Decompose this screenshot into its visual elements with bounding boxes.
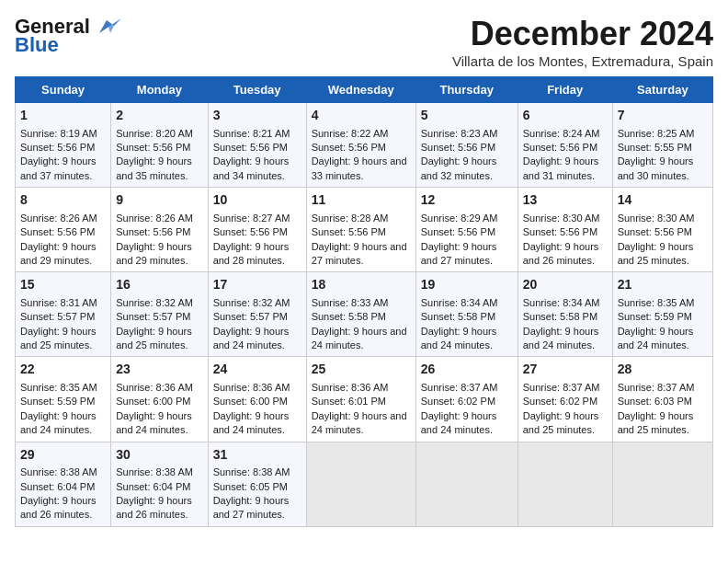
sunset-text: Sunset: 5:56 PM <box>213 226 288 237</box>
daylight-text: Daylight: 9 hours and 27 minutes. <box>213 495 290 520</box>
calendar-cell: 25Sunrise: 8:36 AMSunset: 6:01 PMDayligh… <box>306 357 415 442</box>
calendar-cell: 17Sunrise: 8:32 AMSunset: 5:57 PMDayligh… <box>208 272 306 357</box>
sunset-text: Sunset: 5:56 PM <box>421 226 495 237</box>
col-wednesday: Wednesday <box>306 77 415 103</box>
daylight-text: Daylight: 9 hours and 31 minutes. <box>523 155 599 180</box>
day-number: 9 <box>116 191 202 210</box>
sunrise-text: Sunrise: 8:37 AM <box>421 382 498 393</box>
calendar-cell: 1Sunrise: 8:19 AMSunset: 5:56 PMDaylight… <box>16 103 111 188</box>
day-number: 3 <box>213 107 301 125</box>
sunrise-text: Sunrise: 8:37 AM <box>523 382 600 393</box>
daylight-text: Daylight: 9 hours and 27 minutes. <box>312 241 407 266</box>
title-block: December 2024 Villarta de los Montes, Ex… <box>452 15 713 69</box>
daylight-text: Daylight: 9 hours and 25 minutes. <box>116 326 192 350</box>
day-number: 1 <box>20 107 106 125</box>
calendar-cell: 31Sunrise: 8:38 AMSunset: 6:05 PMDayligh… <box>208 442 306 526</box>
sunrise-text: Sunrise: 8:27 AM <box>213 213 290 224</box>
sunrise-text: Sunrise: 8:33 AM <box>312 297 389 308</box>
sunset-text: Sunset: 6:03 PM <box>618 396 692 407</box>
sunset-text: Sunset: 6:01 PM <box>312 396 386 407</box>
calendar-cell: 11Sunrise: 8:28 AMSunset: 5:56 PMDayligh… <box>306 188 415 272</box>
daylight-text: Daylight: 9 hours and 30 minutes. <box>618 155 694 180</box>
sunset-text: Sunset: 5:58 PM <box>421 311 495 322</box>
sunrise-text: Sunrise: 8:32 AM <box>116 297 193 308</box>
sunrise-text: Sunrise: 8:26 AM <box>116 213 193 224</box>
calendar-cell: 14Sunrise: 8:30 AMSunset: 5:56 PMDayligh… <box>612 188 712 272</box>
daylight-text: Daylight: 9 hours and 26 minutes. <box>116 495 192 520</box>
daylight-text: Daylight: 9 hours and 24 minutes. <box>312 326 407 350</box>
logo: General Blue <box>15 15 121 57</box>
calendar-cell: 28Sunrise: 8:37 AMSunset: 6:03 PMDayligh… <box>612 357 712 442</box>
calendar-cell: 12Sunrise: 8:29 AMSunset: 5:56 PMDayligh… <box>415 188 518 272</box>
daylight-text: Daylight: 9 hours and 32 minutes. <box>421 155 497 180</box>
day-number: 31 <box>213 446 301 465</box>
day-number: 8 <box>20 191 106 210</box>
calendar-cell: 29Sunrise: 8:38 AMSunset: 6:04 PMDayligh… <box>16 442 111 526</box>
logo-bird-icon <box>92 17 121 37</box>
calendar-cell: 8Sunrise: 8:26 AMSunset: 5:56 PMDaylight… <box>16 188 111 272</box>
sunset-text: Sunset: 6:04 PM <box>20 481 95 492</box>
day-number: 6 <box>523 107 608 125</box>
calendar-cell: 7Sunrise: 8:25 AMSunset: 5:55 PMDaylight… <box>612 103 712 188</box>
calendar-cell: 16Sunrise: 8:32 AMSunset: 5:57 PMDayligh… <box>111 272 208 357</box>
sunset-text: Sunset: 5:55 PM <box>618 142 692 153</box>
calendar-week-row: 22Sunrise: 8:35 AMSunset: 5:59 PMDayligh… <box>16 357 713 442</box>
sunset-text: Sunset: 5:56 PM <box>523 226 597 237</box>
sunrise-text: Sunrise: 8:36 AM <box>116 382 193 393</box>
sunset-text: Sunset: 5:58 PM <box>312 311 386 322</box>
sunset-text: Sunset: 5:57 PM <box>20 311 95 322</box>
sunrise-text: Sunrise: 8:38 AM <box>20 466 97 477</box>
daylight-text: Daylight: 9 hours and 26 minutes. <box>523 241 599 266</box>
daylight-text: Daylight: 9 hours and 29 minutes. <box>20 241 97 266</box>
day-number: 7 <box>618 107 708 125</box>
calendar-cell: 24Sunrise: 8:36 AMSunset: 6:00 PMDayligh… <box>208 357 306 442</box>
sunset-text: Sunset: 5:56 PM <box>312 226 386 237</box>
sunrise-text: Sunrise: 8:32 AM <box>213 297 290 308</box>
sunrise-text: Sunrise: 8:35 AM <box>618 297 695 308</box>
sunrise-text: Sunrise: 8:37 AM <box>618 382 695 393</box>
sunset-text: Sunset: 6:00 PM <box>116 396 190 407</box>
daylight-text: Daylight: 9 hours and 35 minutes. <box>116 155 192 180</box>
calendar-cell: 20Sunrise: 8:34 AMSunset: 5:58 PMDayligh… <box>518 272 612 357</box>
day-number: 15 <box>20 276 106 294</box>
daylight-text: Daylight: 9 hours and 24 minutes. <box>523 326 599 350</box>
calendar-cell: 27Sunrise: 8:37 AMSunset: 6:02 PMDayligh… <box>518 357 612 442</box>
col-saturday: Saturday <box>612 77 712 103</box>
day-number: 24 <box>213 361 301 379</box>
page-subtitle: Villarta de los Montes, Extremadura, Spa… <box>452 53 713 69</box>
calendar-header-row: Sunday Monday Tuesday Wednesday Thursday… <box>16 77 713 103</box>
day-number: 10 <box>213 191 301 210</box>
col-monday: Monday <box>111 77 208 103</box>
sunrise-text: Sunrise: 8:20 AM <box>116 128 193 139</box>
day-number: 2 <box>116 107 202 125</box>
sunset-text: Sunset: 5:56 PM <box>213 142 288 153</box>
calendar-cell: 18Sunrise: 8:33 AMSunset: 5:58 PMDayligh… <box>306 272 415 357</box>
calendar-cell: 21Sunrise: 8:35 AMSunset: 5:59 PMDayligh… <box>612 272 712 357</box>
sunset-text: Sunset: 5:57 PM <box>116 311 190 322</box>
calendar-cell: 2Sunrise: 8:20 AMSunset: 5:56 PMDaylight… <box>111 103 208 188</box>
sunrise-text: Sunrise: 8:35 AM <box>20 382 97 393</box>
sunrise-text: Sunrise: 8:36 AM <box>312 382 389 393</box>
sunrise-text: Sunrise: 8:24 AM <box>523 128 600 139</box>
day-number: 13 <box>523 191 608 210</box>
logo-blue: Blue <box>15 33 59 57</box>
sunrise-text: Sunrise: 8:38 AM <box>116 466 193 477</box>
calendar-cell: 19Sunrise: 8:34 AMSunset: 5:58 PMDayligh… <box>415 272 518 357</box>
daylight-text: Daylight: 9 hours and 24 minutes. <box>213 326 290 350</box>
sunset-text: Sunset: 6:00 PM <box>213 396 288 407</box>
page-title: December 2024 <box>452 15 713 53</box>
daylight-text: Daylight: 9 hours and 24 minutes. <box>618 326 694 350</box>
sunset-text: Sunset: 5:56 PM <box>312 142 386 153</box>
sunset-text: Sunset: 5:56 PM <box>618 226 692 237</box>
sunset-text: Sunset: 6:05 PM <box>213 481 288 492</box>
sunrise-text: Sunrise: 8:30 AM <box>523 213 600 224</box>
calendar-week-row: 29Sunrise: 8:38 AMSunset: 6:04 PMDayligh… <box>16 442 713 526</box>
calendar-cell: 9Sunrise: 8:26 AMSunset: 5:56 PMDaylight… <box>111 188 208 272</box>
calendar-cell: 30Sunrise: 8:38 AMSunset: 6:04 PMDayligh… <box>111 442 208 526</box>
day-number: 26 <box>421 361 513 379</box>
calendar-cell: 4Sunrise: 8:22 AMSunset: 5:56 PMDaylight… <box>306 103 415 188</box>
daylight-text: Daylight: 9 hours and 24 minutes. <box>312 410 407 435</box>
daylight-text: Daylight: 9 hours and 24 minutes. <box>213 410 290 435</box>
daylight-text: Daylight: 9 hours and 28 minutes. <box>213 241 290 266</box>
calendar-cell: 3Sunrise: 8:21 AMSunset: 5:56 PMDaylight… <box>208 103 306 188</box>
